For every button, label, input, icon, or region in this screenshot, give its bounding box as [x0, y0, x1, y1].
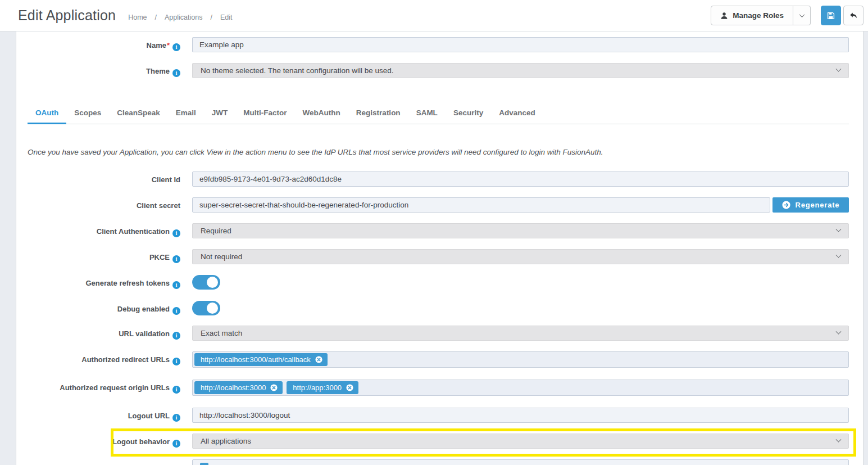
- regenerate-label: Regenerate: [796, 201, 840, 209]
- theme-row: Theme No theme selected. The tenant conf…: [16, 63, 863, 78]
- breadcrumb-edit: Edit: [220, 13, 233, 21]
- logout-url-row: Logout URL: [16, 408, 863, 423]
- toggle-knob: [207, 277, 218, 288]
- tab-registration[interactable]: Registration: [348, 104, 408, 124]
- client-secret-row: Client secret Regenerate: [16, 197, 863, 213]
- authorized-request-origin-urls-row: Authorized request origin URLs http://lo…: [16, 380, 863, 396]
- client-authentication-select[interactable]: Required: [192, 223, 849, 238]
- breadcrumb-separator: /: [210, 13, 212, 21]
- client-id-input[interactable]: [192, 171, 849, 187]
- url-tag-text: http://localhost:3000: [201, 383, 266, 392]
- info-icon[interactable]: [172, 69, 180, 77]
- top-bar: Edit Application Home / Applications / E…: [0, 0, 868, 31]
- debug-enabled-row: Debug enabled: [16, 301, 863, 315]
- url-tag: http://localhost:3000: [194, 381, 283, 394]
- back-button[interactable]: [843, 6, 864, 25]
- checkbox[interactable]: [200, 463, 208, 465]
- generate-refresh-tokens-toggle[interactable]: [192, 275, 220, 290]
- client-authentication-value: Required: [201, 227, 231, 235]
- authorized-redirect-urls-row: Authorized redirect URLs http://localhos…: [16, 351, 863, 368]
- chevron-down-icon: [836, 66, 842, 72]
- tab-oauth[interactable]: OAuth: [28, 104, 66, 124]
- required-marker: *: [167, 41, 170, 49]
- info-icon[interactable]: [172, 414, 180, 422]
- authorized-request-origin-urls-field[interactable]: http://localhost:3000 http://app:3000: [192, 380, 849, 396]
- tab-jwt[interactable]: JWT: [204, 104, 236, 124]
- tab-security[interactable]: Security: [446, 104, 491, 124]
- generate-refresh-tokens-row: Generate refresh tokens: [16, 275, 863, 290]
- info-icon[interactable]: [172, 307, 180, 315]
- tab-saml[interactable]: SAML: [408, 104, 446, 124]
- chevron-down-icon: [836, 252, 842, 258]
- tab-scopes[interactable]: Scopes: [66, 104, 109, 124]
- pkce-label: PKCE: [16, 249, 192, 263]
- action-buttons: [821, 6, 864, 25]
- logout-behavior-value: All applications: [201, 437, 251, 445]
- url-validation-value: Exact match: [201, 329, 242, 337]
- theme-select[interactable]: No theme selected. The tenant configurat…: [192, 63, 849, 78]
- remove-tag-icon[interactable]: [346, 384, 353, 391]
- tab-multi-factor[interactable]: Multi-Factor: [235, 104, 294, 124]
- breadcrumb-home[interactable]: Home: [128, 13, 147, 21]
- url-validation-row: URL validation Exact match: [16, 326, 863, 341]
- name-input[interactable]: [192, 37, 849, 52]
- chevron-down-icon: [836, 437, 842, 443]
- manage-roles-button[interactable]: Manage Roles: [711, 6, 793, 25]
- name-label: Name*: [16, 37, 192, 51]
- authorized-redirect-urls-label: Authorized redirect URLs: [16, 351, 192, 365]
- url-tag-text: http://localhost:3000/auth/callback: [201, 355, 311, 364]
- client-secret-label: Client secret: [16, 197, 192, 210]
- logout-url-label: Logout URL: [16, 408, 192, 422]
- pkce-row: PKCE Not required: [16, 249, 863, 264]
- info-icon[interactable]: [172, 440, 180, 448]
- chevron-down-icon: [799, 12, 805, 17]
- manage-roles-button-group: Manage Roles: [711, 6, 811, 25]
- logout-behavior-label: Logout behavior: [16, 434, 192, 448]
- client-authentication-label: Client Authentication: [16, 223, 192, 237]
- save-button[interactable]: [821, 6, 841, 25]
- pkce-value: Not required: [201, 252, 242, 261]
- tab-webauthn[interactable]: WebAuthn: [295, 104, 348, 124]
- breadcrumb-separator: /: [155, 13, 157, 21]
- regenerate-button[interactable]: Regenerate: [772, 197, 849, 213]
- logout-behavior-select[interactable]: All applications: [192, 434, 849, 449]
- tab-cleanspeak[interactable]: CleanSpeak: [109, 104, 168, 124]
- logout-url-input[interactable]: [192, 408, 849, 423]
- url-tag-text: http://app:3000: [293, 383, 342, 392]
- tab-email[interactable]: Email: [168, 104, 204, 124]
- info-icon[interactable]: [172, 332, 180, 340]
- pkce-select[interactable]: Not required: [192, 249, 849, 264]
- chevron-down-icon: [836, 227, 842, 232]
- client-authentication-row: Client Authentication Required: [16, 223, 863, 238]
- header-actions: Manage Roles: [711, 6, 864, 25]
- client-id-row: Client Id: [16, 171, 863, 187]
- undo-icon: [849, 11, 858, 20]
- url-tag: http://app:3000: [287, 381, 358, 394]
- page-title: Edit Application: [18, 7, 116, 24]
- authorized-redirect-urls-field[interactable]: http://localhost:3000/auth/callback: [192, 351, 849, 368]
- info-icon[interactable]: [172, 43, 180, 51]
- url-validation-select[interactable]: Exact match: [192, 326, 849, 341]
- next-field-partial[interactable]: [192, 459, 849, 465]
- info-icon[interactable]: [172, 386, 180, 394]
- client-secret-input[interactable]: [192, 197, 770, 213]
- chevron-down-icon: [836, 329, 842, 335]
- info-icon[interactable]: [172, 255, 180, 263]
- debug-enabled-toggle[interactable]: [192, 301, 220, 315]
- manage-roles-dropdown-toggle[interactable]: [793, 6, 811, 25]
- save-icon: [826, 11, 835, 20]
- breadcrumb-applications[interactable]: Applications: [165, 13, 202, 21]
- info-icon[interactable]: [172, 281, 180, 289]
- name-row: Name*: [16, 37, 863, 52]
- url-validation-label: URL validation: [16, 326, 192, 340]
- tab-bar: OAuth Scopes CleanSpeak Email JWT Multi-…: [28, 104, 849, 124]
- manage-roles-label: Manage Roles: [733, 11, 784, 20]
- info-icon[interactable]: [172, 229, 180, 237]
- info-icon[interactable]: [172, 358, 180, 365]
- theme-label: Theme: [16, 63, 192, 77]
- user-icon: [720, 12, 728, 20]
- client-id-label: Client Id: [16, 171, 192, 184]
- remove-tag-icon[interactable]: [270, 384, 278, 391]
- tab-advanced[interactable]: Advanced: [491, 104, 543, 124]
- remove-tag-icon[interactable]: [315, 356, 322, 363]
